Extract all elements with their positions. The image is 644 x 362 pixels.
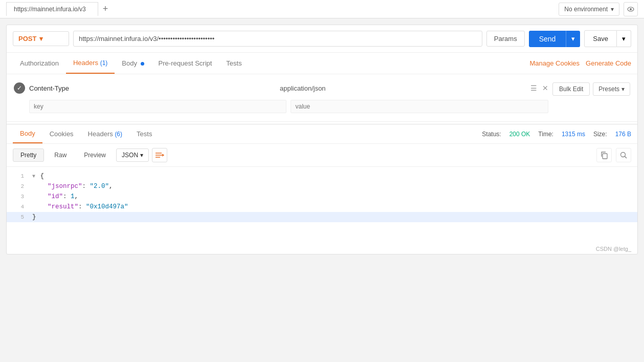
headers-badge: (1) [100, 59, 108, 67]
browser-tab-bar: https://mainnet.infura.io/v3 + No enviro… [0, 0, 644, 18]
line-content-2: "jsonrpc": "2.0", [32, 181, 637, 191]
tab-prerequest-label: Pre-request Script [159, 59, 212, 67]
code-line-1: 1 ▼ { [7, 171, 637, 181]
code-line-3: 3 "id": 1, [7, 191, 637, 202]
save-button[interactable]: Save [584, 30, 617, 47]
new-header-row [14, 97, 548, 116]
tab-headers[interactable]: Headers (1) [66, 53, 115, 74]
tab-body[interactable]: Body [115, 53, 151, 73]
active-tab: https://mainnet.infura.io/v3 [6, 2, 98, 16]
time-label: Time: [538, 131, 553, 138]
method-label: POST [18, 35, 36, 42]
eye-icon[interactable] [624, 2, 638, 16]
header-row: ✓ Content-Type application/json ☰ ✕ [14, 79, 548, 97]
tab-body-label: Body [122, 59, 137, 67]
svg-line-7 [625, 157, 627, 159]
tab-tests[interactable]: Tests [219, 53, 249, 73]
response-section: Body Cookies Headers (6) Tests Status: 2… [7, 124, 637, 254]
response-tab-cookies[interactable]: Cookies [42, 125, 81, 143]
presets-label: Presets [598, 86, 619, 93]
response-tab-body[interactable]: Body [13, 124, 42, 143]
manage-cookies-link[interactable]: Manage Cookies [530, 53, 580, 73]
response-tab-body-label: Body [20, 130, 35, 137]
new-value-input[interactable] [291, 100, 548, 113]
word-wrap-button[interactable] [152, 148, 167, 162]
line-number-2: 2 [7, 182, 32, 191]
header-key: Content-Type [29, 84, 276, 92]
method-chevron-icon: ▾ [39, 35, 43, 42]
env-chevron-icon: ▾ [611, 6, 614, 13]
line-content-1: ▼ { [32, 171, 637, 181]
send-button[interactable]: Send [529, 31, 566, 47]
check-icon: ✓ [14, 82, 25, 94]
params-button[interactable]: Params [486, 31, 525, 47]
save-group: Save ▾ [584, 30, 631, 47]
status-value: 200 OK [509, 131, 530, 138]
response-tab-headers[interactable]: Headers (6) [81, 125, 129, 143]
save-dropdown-button[interactable]: ▾ [617, 30, 631, 47]
svg-point-6 [621, 153, 626, 157]
line-content-5: } [32, 212, 637, 222]
line-content-4: "result": "0x10d497a" [32, 202, 637, 212]
presets-chevron-icon: ▾ [621, 86, 625, 93]
code-line-4: 4 "result": "0x10d497a" [7, 202, 637, 212]
svg-rect-5 [603, 154, 607, 159]
line-number-5: 5 [7, 213, 32, 222]
tab-authorization[interactable]: Authorization [13, 53, 66, 73]
code-editor: 1 ▼ { 2 "jsonrpc": "2.0", 3 "id": 1, [7, 167, 637, 244]
tab-tests-label: Tests [226, 59, 241, 67]
watermark: CSDN @letg_ [7, 244, 637, 254]
url-input[interactable] [73, 31, 482, 47]
code-line-5: 5 } [7, 212, 637, 222]
copy-button[interactable] [596, 148, 612, 162]
line-number-4: 4 [7, 203, 32, 212]
new-key-input[interactable] [29, 100, 286, 113]
save-chevron-icon: ▾ [622, 35, 626, 42]
response-status-bar: Status: 200 OK Time: 1315 ms Size: 176 B [482, 131, 631, 138]
send-dropdown-button[interactable]: ▾ [566, 31, 580, 47]
request-tab-bar: Authorization Headers (1) Body Pre-reque… [7, 53, 637, 74]
method-selector[interactable]: POST ▾ [13, 31, 69, 46]
line-number-1: 1 [7, 172, 32, 181]
line-number-3: 3 [7, 193, 32, 202]
tab-right-actions: Manage Cookies Generate Code [530, 53, 631, 73]
raw-button[interactable]: Raw [47, 149, 74, 161]
header-toolbar: Bulk Edit Presets ▾ [552, 79, 630, 96]
env-dropdown[interactable]: No environment ▾ [559, 3, 619, 16]
line-content-3: "id": 1, [32, 191, 637, 202]
tab-authorization-label: Authorization [20, 59, 59, 67]
headers-section: ✓ Content-Type application/json ☰ ✕ Bulk [7, 74, 637, 122]
svg-point-1 [630, 8, 632, 10]
response-headers-badge: (6) [115, 131, 122, 138]
header-row-actions: ☰ ✕ [530, 84, 548, 92]
presets-button[interactable]: Presets ▾ [593, 82, 630, 96]
preview-button[interactable]: Preview [77, 149, 113, 161]
tab-headers-label: Headers [73, 59, 98, 67]
tab-url: https://mainnet.infura.io/v3 [14, 6, 86, 13]
pretty-button[interactable]: Pretty [13, 148, 44, 162]
response-tab-tests-label: Tests [137, 130, 152, 138]
env-label: No environment [564, 6, 608, 13]
main-panel: POST ▾ Params Send ▾ Save ▾ Authorizatio… [6, 25, 638, 254]
response-tab-headers-label: Headers [88, 130, 113, 138]
fold-icon-1: ▼ [32, 174, 35, 179]
header-menu-icon[interactable]: ☰ [530, 84, 537, 92]
tab-prerequest[interactable]: Pre-request Script [151, 53, 219, 73]
header-value: application/json [280, 84, 526, 92]
send-chevron-icon: ▾ [571, 35, 575, 42]
format-selector[interactable]: JSON ▾ [116, 148, 149, 162]
search-button[interactable] [616, 148, 631, 162]
time-value: 1315 ms [562, 131, 585, 138]
environment-selector: No environment ▾ [559, 2, 638, 16]
response-tab-bar: Body Cookies Headers (6) Tests Status: 2… [7, 124, 637, 144]
bulk-edit-button[interactable]: Bulk Edit [552, 82, 590, 96]
send-label: Send [539, 35, 556, 43]
generate-code-link[interactable]: Generate Code [586, 53, 631, 73]
header-delete-icon[interactable]: ✕ [542, 84, 548, 92]
body-dot-icon [141, 62, 144, 66]
add-tab-button[interactable]: + [98, 2, 113, 16]
response-tab-tests[interactable]: Tests [129, 125, 159, 143]
response-tab-cookies-label: Cookies [50, 130, 74, 138]
code-line-2: 2 "jsonrpc": "2.0", [7, 181, 637, 191]
request-bar: POST ▾ Params Send ▾ Save ▾ [7, 25, 637, 53]
